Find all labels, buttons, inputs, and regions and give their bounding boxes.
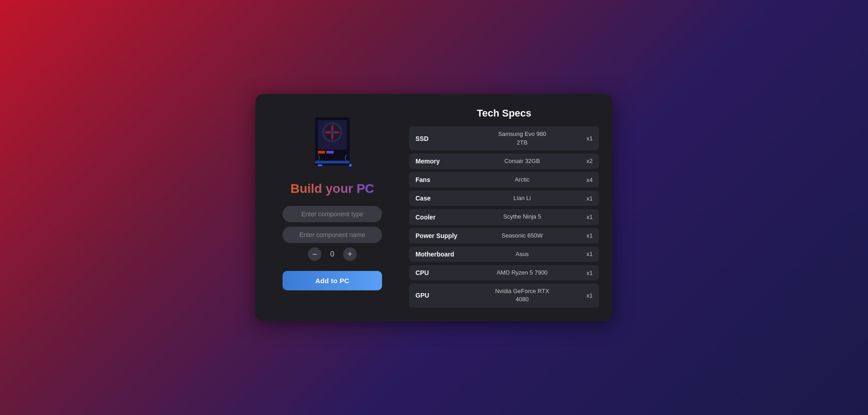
spec-type: Case — [415, 195, 465, 202]
spec-qty: x1 — [579, 292, 593, 299]
spec-name: Samsung Evo 980 2TB — [465, 130, 579, 146]
spec-name: Arctic — [465, 176, 579, 184]
spec-name: AMD Ryzen 5 7900 — [465, 269, 579, 277]
spec-row: MotherboardAsusx1 — [409, 247, 599, 262]
spec-name: Corsair 32GB — [465, 157, 579, 165]
spec-qty: x1 — [579, 232, 593, 239]
spec-row: CPUAMD Ryzen 5 7900x1 — [409, 265, 599, 280]
spec-qty: x1 — [579, 214, 593, 220]
spec-row: CaseLian Lix1 — [409, 191, 599, 206]
svg-point-10 — [349, 164, 352, 167]
spec-qty: x1 — [579, 270, 593, 276]
spec-row: Power SupplySeasonic 650Wx1 — [409, 228, 599, 243]
svg-rect-8 — [315, 161, 349, 163]
spec-qty: x1 — [579, 251, 593, 257]
specs-list: SSDSamsung Evo 980 2TBx1MemoryCorsair 32… — [409, 126, 599, 307]
spec-type: SSD — [415, 135, 465, 142]
quantity-decrement-button[interactable]: − — [308, 247, 321, 261]
component-name-input[interactable] — [283, 227, 382, 243]
svg-rect-9 — [318, 164, 322, 166]
spec-row: GPUNvidia GeForce RTX 4080x1 — [409, 284, 599, 307]
spec-type: Cooler — [415, 214, 465, 221]
spec-name: Seasonic 650W — [465, 232, 579, 240]
spec-qty: x4 — [579, 177, 593, 183]
spec-qty: x2 — [579, 158, 593, 164]
svg-rect-7 — [326, 151, 334, 154]
spec-qty: x1 — [579, 195, 593, 202]
tech-specs-title: Tech Specs — [409, 107, 599, 119]
quantity-value: 0 — [328, 250, 337, 258]
spec-row: SSDSamsung Evo 980 2TBx1 — [409, 126, 599, 150]
main-card: Build your PC − 0 + Add to PC Tech Specs… — [255, 94, 613, 321]
spec-type: Power Supply — [415, 232, 465, 239]
spec-type: GPU — [415, 292, 465, 299]
spec-qty: x1 — [579, 135, 593, 142]
pc-image — [305, 107, 359, 175]
spec-type: Motherboard — [415, 251, 465, 258]
spec-name: Lian Li — [465, 194, 579, 202]
spec-type: CPU — [415, 269, 465, 276]
right-panel: Tech Specs SSDSamsung Evo 980 2TBx1Memor… — [409, 107, 599, 307]
svg-point-5 — [330, 130, 335, 135]
spec-name: Scythe Ninja 5 — [465, 213, 579, 221]
spec-name: Nvidia GeForce RTX 4080 — [465, 287, 579, 303]
spec-type: Memory — [415, 158, 465, 165]
spec-row: MemoryCorsair 32GBx2 — [409, 154, 599, 169]
left-panel: Build your PC − 0 + Add to PC — [269, 107, 396, 307]
quantity-increment-button[interactable]: + — [343, 247, 357, 261]
svg-rect-6 — [318, 151, 325, 154]
component-type-input[interactable] — [283, 206, 382, 222]
spec-name: Asus — [465, 250, 579, 258]
spec-type: Fans — [415, 176, 465, 183]
build-title: Build your PC — [290, 182, 374, 196]
spec-row: FansArcticx4 — [409, 172, 599, 187]
add-to-pc-button[interactable]: Add to PC — [283, 271, 382, 290]
quantity-row: − 0 + — [308, 247, 357, 261]
spec-row: CoolerScythe Ninja 5x1 — [409, 209, 599, 224]
